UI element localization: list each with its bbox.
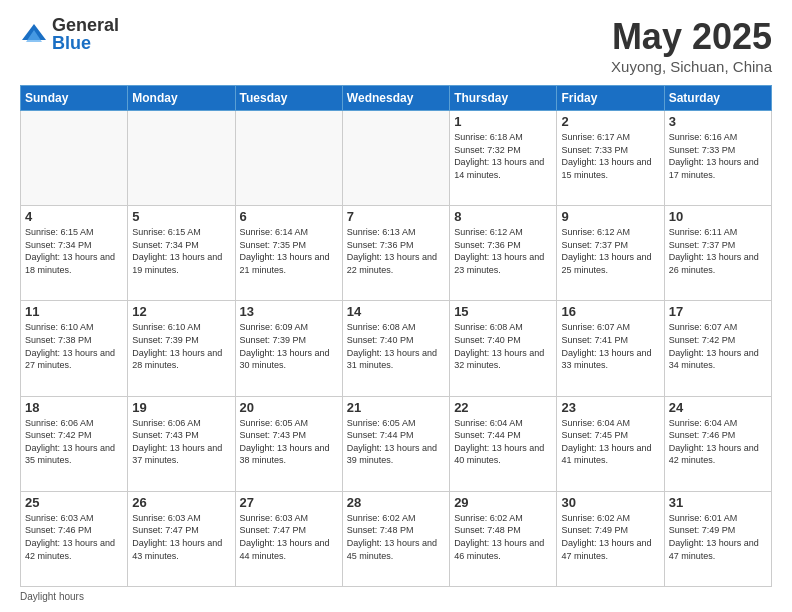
footer-note: Daylight hours	[20, 591, 772, 602]
calendar-cell: 13Sunrise: 6:09 AM Sunset: 7:39 PM Dayli…	[235, 301, 342, 396]
calendar-cell: 30Sunrise: 6:02 AM Sunset: 7:49 PM Dayli…	[557, 491, 664, 586]
page: General Blue May 2025 Xuyong, Sichuan, C…	[0, 0, 792, 612]
day-info: Sunrise: 6:08 AM Sunset: 7:40 PM Dayligh…	[347, 321, 445, 371]
day-info: Sunrise: 6:15 AM Sunset: 7:34 PM Dayligh…	[25, 226, 123, 276]
day-number: 19	[132, 400, 230, 415]
calendar-header-sunday: Sunday	[21, 86, 128, 111]
day-number: 2	[561, 114, 659, 129]
day-number: 11	[25, 304, 123, 319]
calendar-week-1: 1Sunrise: 6:18 AM Sunset: 7:32 PM Daylig…	[21, 111, 772, 206]
day-info: Sunrise: 6:11 AM Sunset: 7:37 PM Dayligh…	[669, 226, 767, 276]
day-info: Sunrise: 6:07 AM Sunset: 7:41 PM Dayligh…	[561, 321, 659, 371]
day-number: 8	[454, 209, 552, 224]
calendar-cell: 10Sunrise: 6:11 AM Sunset: 7:37 PM Dayli…	[664, 206, 771, 301]
calendar-cell: 25Sunrise: 6:03 AM Sunset: 7:46 PM Dayli…	[21, 491, 128, 586]
calendar-cell: 11Sunrise: 6:10 AM Sunset: 7:38 PM Dayli…	[21, 301, 128, 396]
calendar-week-2: 4Sunrise: 6:15 AM Sunset: 7:34 PM Daylig…	[21, 206, 772, 301]
title-area: May 2025 Xuyong, Sichuan, China	[611, 16, 772, 75]
day-info: Sunrise: 6:02 AM Sunset: 7:48 PM Dayligh…	[347, 512, 445, 562]
day-number: 4	[25, 209, 123, 224]
day-info: Sunrise: 6:02 AM Sunset: 7:49 PM Dayligh…	[561, 512, 659, 562]
calendar-cell: 14Sunrise: 6:08 AM Sunset: 7:40 PM Dayli…	[342, 301, 449, 396]
day-number: 15	[454, 304, 552, 319]
day-info: Sunrise: 6:05 AM Sunset: 7:44 PM Dayligh…	[347, 417, 445, 467]
calendar-cell: 4Sunrise: 6:15 AM Sunset: 7:34 PM Daylig…	[21, 206, 128, 301]
calendar-week-5: 25Sunrise: 6:03 AM Sunset: 7:46 PM Dayli…	[21, 491, 772, 586]
subtitle: Xuyong, Sichuan, China	[611, 58, 772, 75]
day-info: Sunrise: 6:03 AM Sunset: 7:46 PM Dayligh…	[25, 512, 123, 562]
calendar-week-3: 11Sunrise: 6:10 AM Sunset: 7:38 PM Dayli…	[21, 301, 772, 396]
day-number: 6	[240, 209, 338, 224]
calendar-cell: 31Sunrise: 6:01 AM Sunset: 7:49 PM Dayli…	[664, 491, 771, 586]
day-info: Sunrise: 6:03 AM Sunset: 7:47 PM Dayligh…	[132, 512, 230, 562]
day-info: Sunrise: 6:04 AM Sunset: 7:45 PM Dayligh…	[561, 417, 659, 467]
day-number: 20	[240, 400, 338, 415]
day-number: 30	[561, 495, 659, 510]
calendar-cell: 12Sunrise: 6:10 AM Sunset: 7:39 PM Dayli…	[128, 301, 235, 396]
day-number: 12	[132, 304, 230, 319]
calendar-cell: 24Sunrise: 6:04 AM Sunset: 7:46 PM Dayli…	[664, 396, 771, 491]
logo-blue-text: Blue	[52, 34, 119, 52]
day-info: Sunrise: 6:10 AM Sunset: 7:38 PM Dayligh…	[25, 321, 123, 371]
day-number: 22	[454, 400, 552, 415]
calendar-cell: 28Sunrise: 6:02 AM Sunset: 7:48 PM Dayli…	[342, 491, 449, 586]
calendar-cell	[128, 111, 235, 206]
calendar-header-saturday: Saturday	[664, 86, 771, 111]
calendar-cell: 6Sunrise: 6:14 AM Sunset: 7:35 PM Daylig…	[235, 206, 342, 301]
calendar-cell: 19Sunrise: 6:06 AM Sunset: 7:43 PM Dayli…	[128, 396, 235, 491]
calendar-cell: 20Sunrise: 6:05 AM Sunset: 7:43 PM Dayli…	[235, 396, 342, 491]
day-number: 25	[25, 495, 123, 510]
calendar-header-row: SundayMondayTuesdayWednesdayThursdayFrid…	[21, 86, 772, 111]
calendar: SundayMondayTuesdayWednesdayThursdayFrid…	[20, 85, 772, 587]
day-info: Sunrise: 6:02 AM Sunset: 7:48 PM Dayligh…	[454, 512, 552, 562]
calendar-cell: 29Sunrise: 6:02 AM Sunset: 7:48 PM Dayli…	[450, 491, 557, 586]
calendar-cell	[235, 111, 342, 206]
day-info: Sunrise: 6:12 AM Sunset: 7:36 PM Dayligh…	[454, 226, 552, 276]
calendar-header-tuesday: Tuesday	[235, 86, 342, 111]
day-info: Sunrise: 6:06 AM Sunset: 7:43 PM Dayligh…	[132, 417, 230, 467]
logo-text: General Blue	[52, 16, 119, 52]
day-info: Sunrise: 6:05 AM Sunset: 7:43 PM Dayligh…	[240, 417, 338, 467]
day-number: 24	[669, 400, 767, 415]
day-number: 3	[669, 114, 767, 129]
logo-general-text: General	[52, 16, 119, 34]
calendar-cell: 26Sunrise: 6:03 AM Sunset: 7:47 PM Dayli…	[128, 491, 235, 586]
calendar-cell	[21, 111, 128, 206]
day-number: 27	[240, 495, 338, 510]
day-info: Sunrise: 6:04 AM Sunset: 7:44 PM Dayligh…	[454, 417, 552, 467]
day-info: Sunrise: 6:13 AM Sunset: 7:36 PM Dayligh…	[347, 226, 445, 276]
day-info: Sunrise: 6:12 AM Sunset: 7:37 PM Dayligh…	[561, 226, 659, 276]
day-number: 16	[561, 304, 659, 319]
day-number: 17	[669, 304, 767, 319]
day-info: Sunrise: 6:08 AM Sunset: 7:40 PM Dayligh…	[454, 321, 552, 371]
calendar-cell: 22Sunrise: 6:04 AM Sunset: 7:44 PM Dayli…	[450, 396, 557, 491]
day-number: 13	[240, 304, 338, 319]
calendar-cell: 7Sunrise: 6:13 AM Sunset: 7:36 PM Daylig…	[342, 206, 449, 301]
day-number: 10	[669, 209, 767, 224]
day-info: Sunrise: 6:14 AM Sunset: 7:35 PM Dayligh…	[240, 226, 338, 276]
day-number: 14	[347, 304, 445, 319]
logo-icon	[20, 20, 48, 48]
day-info: Sunrise: 6:07 AM Sunset: 7:42 PM Dayligh…	[669, 321, 767, 371]
calendar-cell: 21Sunrise: 6:05 AM Sunset: 7:44 PM Dayli…	[342, 396, 449, 491]
day-info: Sunrise: 6:17 AM Sunset: 7:33 PM Dayligh…	[561, 131, 659, 181]
day-number: 23	[561, 400, 659, 415]
day-number: 29	[454, 495, 552, 510]
day-number: 26	[132, 495, 230, 510]
day-info: Sunrise: 6:10 AM Sunset: 7:39 PM Dayligh…	[132, 321, 230, 371]
day-number: 28	[347, 495, 445, 510]
calendar-cell: 27Sunrise: 6:03 AM Sunset: 7:47 PM Dayli…	[235, 491, 342, 586]
calendar-cell: 2Sunrise: 6:17 AM Sunset: 7:33 PM Daylig…	[557, 111, 664, 206]
day-info: Sunrise: 6:01 AM Sunset: 7:49 PM Dayligh…	[669, 512, 767, 562]
calendar-header-wednesday: Wednesday	[342, 86, 449, 111]
header: General Blue May 2025 Xuyong, Sichuan, C…	[20, 16, 772, 75]
day-info: Sunrise: 6:16 AM Sunset: 7:33 PM Dayligh…	[669, 131, 767, 181]
main-title: May 2025	[611, 16, 772, 58]
day-number: 18	[25, 400, 123, 415]
day-number: 7	[347, 209, 445, 224]
day-number: 21	[347, 400, 445, 415]
calendar-header-thursday: Thursday	[450, 86, 557, 111]
calendar-cell	[342, 111, 449, 206]
daylight-label: Daylight hours	[20, 591, 84, 602]
calendar-cell: 16Sunrise: 6:07 AM Sunset: 7:41 PM Dayli…	[557, 301, 664, 396]
